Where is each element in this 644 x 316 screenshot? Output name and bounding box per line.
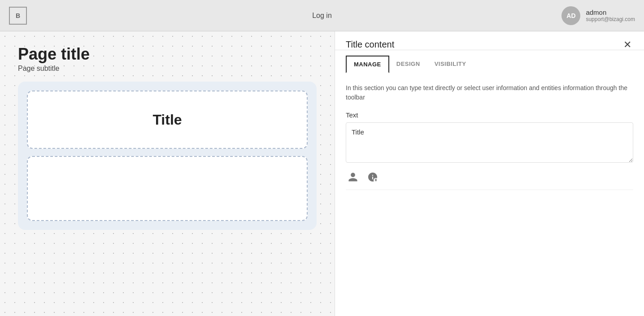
user-info-icon-button[interactable] [346,170,360,184]
tab-design[interactable]: DESIGN [389,56,427,73]
user-email: support@bizagi.com [586,16,635,22]
panel-body: In this section you can type text direct… [335,73,644,316]
main-content: Page title Page subtitle Title Title con… [0,31,644,316]
toolbar-icons [346,170,633,190]
panel-header: Title content ✕ [335,31,644,50]
page-title: Page title [18,45,317,64]
entity-info-icon-button[interactable] [366,170,380,184]
header-left: B [9,7,27,25]
header-center: Log in [312,12,332,20]
canvas-area: Page title Page subtitle Title [0,31,335,316]
login-button[interactable]: Log in [312,12,332,20]
page-title-section: Page title Page subtitle [18,45,317,73]
header-right: AD admon support@bizagi.com [561,6,635,25]
right-panel: Title content ✕ MANAGE DESIGN VISIBILITY… [335,31,644,316]
title-box-text: Title [152,112,182,128]
user-info: admon support@bizagi.com [586,9,635,22]
tab-visibility[interactable]: VISIBILITY [427,56,474,73]
panel-title: Title content [346,39,394,50]
content-container: Title [18,82,317,230]
panel-description: In this section you can type text direct… [346,83,633,102]
tab-manage[interactable]: MANAGE [346,56,389,73]
app-header: B Log in AD admon support@bizagi.com [0,0,644,31]
title-box[interactable]: Title [27,91,308,149]
page-subtitle: Page subtitle [18,65,317,73]
text-field-label: Text [346,111,633,119]
user-name: admon [586,9,635,16]
person-icon [348,172,358,182]
text-input[interactable]: Title [346,122,633,163]
panel-tabs: MANAGE DESIGN VISIBILITY [335,56,644,73]
app-logo: B [9,7,27,25]
content-box[interactable] [27,156,308,221]
avatar: AD [561,6,580,25]
entity-icon [367,172,378,182]
close-button[interactable]: ✕ [622,40,633,50]
